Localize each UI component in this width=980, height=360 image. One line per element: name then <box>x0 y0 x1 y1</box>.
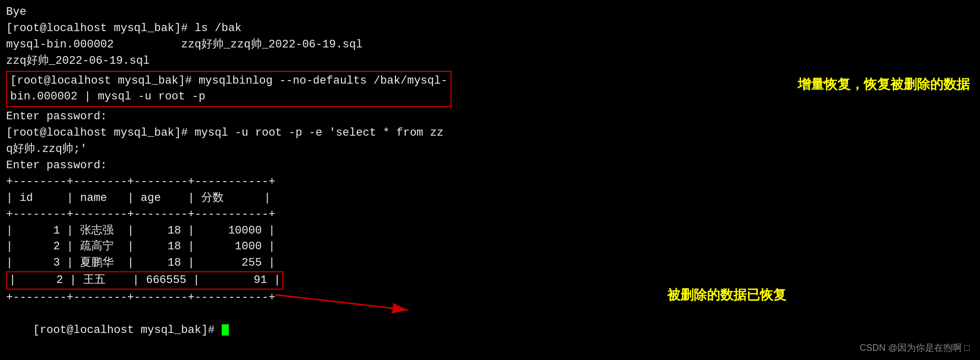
line-ls-output1: mysql-bin.000002 zzq好帅_zzq帅_2022-06-19.s… <box>6 37 534 53</box>
enter-password-1: Enter password: <box>6 109 534 125</box>
prompt-line: [root@localhost mysql_bak]# <box>6 306 534 355</box>
mysqlbinlog-command: [root@localhost mysql_bak]# mysqlbinlog … <box>6 71 452 108</box>
line-ls: [root@localhost mysql_bak]# ls /bak <box>6 20 534 37</box>
table-header: | id | name | age | 分数 | <box>6 190 534 207</box>
prompt-text: [root@localhost mysql_bak]# <box>33 324 222 337</box>
table-row-3: | 3 | 夏鹏华 | 18 | 255 | <box>6 255 534 271</box>
line-ls-output2: zzq好帅_2022-06-19.sql <box>6 53 534 69</box>
cmd-line1: [root@localhost mysql_bak]# mysqlbinlog … <box>10 73 447 89</box>
csdn-credit: CSDN @因为你是在煦啊 □ <box>860 342 970 354</box>
mysql-select-cmd2: q好帅.zzq帅;' <box>6 141 534 158</box>
mysql-select-cmd: [root@localhost mysql_bak]# mysql -u roo… <box>6 125 534 141</box>
annotation-bottom-right: 被删除的数据已恢复 <box>667 286 786 304</box>
table-row-2: | 2 | 疏高宁 | 18 | 1000 | <box>6 239 534 255</box>
enter-password-2: Enter password: <box>6 158 534 174</box>
table-row-1: | 1 | 张志强 | 18 | 10000 | <box>6 223 534 239</box>
highlighted-table-row: | 2 | 王五 | 666555 | 91 | <box>6 271 283 290</box>
annotation-top-right: 增量恢复，恢复被删除的数据 <box>798 75 970 93</box>
table-border-top: +--------+--------+--------+-----------+ <box>6 174 534 190</box>
line-bye: Bye <box>6 4 534 20</box>
cmd-line2: bin.000002 | mysql -u root -p <box>10 89 447 105</box>
terminal: Bye [root@localhost mysql_bak]# ls /bak … <box>0 0 540 360</box>
table-row-4-wangwu: | 2 | 王五 | 666555 | 91 | <box>9 272 280 289</box>
table-border-header: +--------+--------+--------+-----------+ <box>6 207 534 223</box>
table-border-bottom: +--------+--------+--------+-----------+ <box>6 290 534 306</box>
